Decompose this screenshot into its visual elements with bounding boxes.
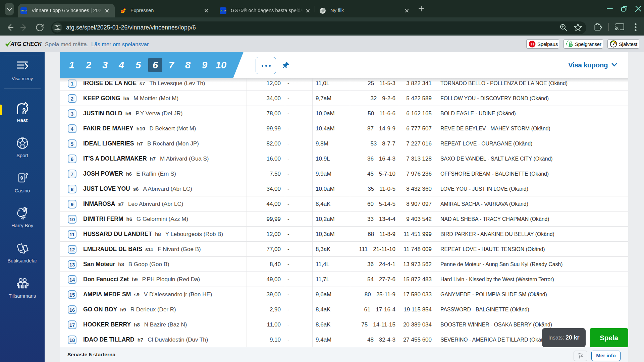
svg-text:Kr: Kr	[570, 44, 572, 46]
